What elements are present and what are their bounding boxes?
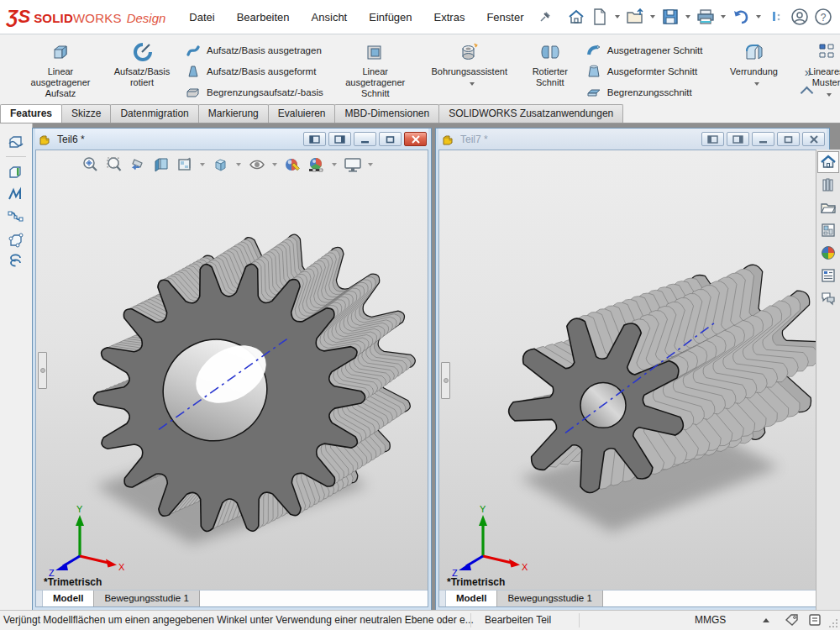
teil6-title-bar[interactable]: Teil6 * — [35, 129, 428, 150]
teil7-tab-bewegungsstudie[interactable]: Bewegungsstudie 1 — [497, 591, 602, 606]
taskpane-custom-properties-button[interactable] — [817, 265, 839, 286]
new-document-dropdown[interactable] — [615, 15, 620, 18]
menu-extras[interactable]: Extras — [434, 11, 465, 24]
pin-menu-button[interactable] — [538, 6, 552, 28]
rebuild-button[interactable] — [765, 6, 787, 28]
teil7-tab-splitter[interactable] — [439, 591, 446, 606]
teil6-viewport[interactable]: Y X Z *Trimetrisch — [36, 150, 428, 590]
tab-solidworks-zusatzanwendungen[interactable]: SOLIDWORKS Zusatzanwendungen — [438, 104, 623, 123]
view-orientation-button[interactable] — [174, 154, 195, 175]
tab-mbd-dimensionen[interactable]: MBD-Dimensionen — [334, 104, 439, 123]
undo-dropdown[interactable] — [756, 15, 761, 18]
lofted-boss-button[interactable]: Aufsatz/Basis ausgeformt — [185, 60, 323, 81]
open-dropdown[interactable] — [650, 15, 655, 18]
teil7-pane-splitter-handle[interactable] — [441, 362, 450, 399]
help-button[interactable]: ? — [812, 6, 834, 28]
ribbon-overflow-button[interactable]: » — [805, 65, 811, 79]
unit-system-dropdown[interactable] — [763, 618, 769, 622]
taskpane-home-button[interactable] — [817, 151, 839, 173]
boss-extrude-button[interactable]: Linear ausgetragener Aufsatz — [17, 38, 104, 109]
boundary-cut-button[interactable]: Begrenzungsschnitt — [585, 81, 703, 102]
cut-extrude-button[interactable]: Linear ausgetragener Schnitt — [332, 38, 419, 109]
sketch-box-button[interactable] — [4, 228, 28, 251]
swept-boss-button[interactable]: Aufsatz/Basis ausgetragen — [185, 39, 323, 60]
teil6-pane-right-button[interactable] — [328, 132, 351, 146]
taskpane-design-library-button[interactable] — [817, 174, 839, 196]
edit-appearance-button[interactable] — [282, 154, 303, 175]
spline-button[interactable] — [4, 206, 28, 228]
taskpane-forum-button[interactable] — [817, 287, 839, 309]
print-button[interactable] — [695, 6, 717, 28]
apply-scene-dropdown[interactable] — [332, 163, 337, 166]
zoom-fit-button[interactable] — [80, 154, 101, 175]
teil7-pane-left-button[interactable] — [701, 132, 724, 146]
menu-datei[interactable]: Datei — [189, 11, 214, 24]
fillet-button[interactable]: Verrundung — [715, 38, 794, 87]
teil6-restore-button[interactable] — [379, 132, 402, 146]
linear-pattern-button[interactable]: Lineares Muster — [794, 38, 840, 98]
teil7-viewport[interactable]: Y X Z *Trimetrisch — [439, 150, 826, 590]
save-button[interactable] — [659, 6, 681, 28]
teil7-tab-modell[interactable]: Modell — [446, 591, 497, 606]
revolved-cut-button[interactable]: Rotierter Schnitt — [520, 38, 580, 98]
undo-button[interactable] — [730, 6, 752, 28]
tab-datenmigration[interactable]: Datenmigration — [110, 104, 198, 123]
menu-einfuegen[interactable]: Einfügen — [369, 11, 412, 24]
teil6-pane-left-button[interactable] — [303, 132, 326, 146]
teil6-minimize-button[interactable] — [354, 132, 376, 146]
tab-features[interactable]: Features — [0, 104, 62, 123]
menu-bearbeiten[interactable]: Bearbeiten — [237, 11, 290, 24]
teil6-pane-splitter-handle[interactable] — [38, 352, 47, 389]
hide-show-items-dropdown[interactable] — [272, 163, 277, 166]
display-style-button[interactable] — [210, 154, 231, 175]
zoom-area-button[interactable] — [103, 154, 124, 175]
hole-wizard-dropdown[interactable] — [470, 82, 475, 86]
home-button[interactable] — [565, 6, 587, 28]
taskpane-appearances-button[interactable] — [817, 242, 839, 264]
teil6-tab-splitter[interactable] — [36, 591, 43, 606]
hole-wizard-button[interactable]: Bohrungsassistent — [419, 38, 520, 87]
view-orientation-dropdown[interactable] — [200, 163, 205, 166]
helix-button[interactable] — [4, 251, 28, 274]
display-style-dropdown[interactable] — [236, 163, 241, 166]
new-document-button[interactable] — [589, 6, 611, 28]
teil7-close-button[interactable] — [802, 132, 825, 146]
menu-fenster[interactable]: Fenster — [486, 11, 523, 24]
resize-grip[interactable] — [828, 618, 838, 628]
boundary-boss-button[interactable]: Begrenzungsaufsatz/-basis — [185, 81, 323, 102]
tab-markierung[interactable]: Markierung — [198, 104, 269, 123]
teil7-minimize-button[interactable] — [752, 132, 774, 146]
view-settings-dropdown[interactable] — [368, 163, 373, 166]
teil7-title-bar[interactable]: Teil7 * — [438, 129, 827, 150]
taskpane-view-palette-button[interactable] — [817, 219, 839, 241]
section-box-button[interactable] — [4, 130, 28, 153]
swept-cut-button[interactable]: Ausgetragener Schnitt — [585, 39, 703, 60]
status-tag-button[interactable] — [785, 613, 800, 627]
unit-system-value[interactable]: MMGS — [695, 614, 726, 626]
linear-pattern-dropdown[interactable] — [827, 93, 832, 97]
part-box-button[interactable] — [4, 160, 28, 183]
previous-view-button[interactable] — [127, 154, 148, 175]
section-view-button[interactable] — [150, 154, 171, 175]
teil7-restore-button[interactable] — [777, 132, 800, 146]
teil6-close-button[interactable] — [404, 132, 427, 146]
status-note-button[interactable] — [808, 613, 822, 627]
lofted-cut-button[interactable]: Ausgeformter Schnitt — [585, 60, 703, 81]
tab-evaluieren[interactable]: Evaluieren — [268, 104, 336, 123]
revolve-boss-button[interactable]: Aufsatz/Basis rotiert — [104, 38, 180, 98]
save-dropdown[interactable] — [685, 15, 690, 18]
open-button[interactable] — [624, 6, 646, 28]
tab-skizze[interactable]: Skizze — [61, 104, 111, 123]
teil7-pane-right-button[interactable] — [727, 132, 749, 146]
teil6-tab-modell[interactable]: Modell — [43, 591, 94, 606]
contour-button[interactable] — [4, 183, 28, 206]
teil6-tab-bewegungsstudie[interactable]: Bewegungsstudie 1 — [94, 591, 199, 606]
apply-scene-button[interactable] — [306, 154, 327, 175]
view-settings-button[interactable] — [342, 154, 363, 175]
print-dropdown[interactable] — [721, 15, 726, 18]
hide-show-items-button[interactable] — [246, 154, 267, 175]
menu-ansicht[interactable]: Ansicht — [312, 11, 348, 24]
fillet-dropdown[interactable] — [754, 82, 759, 86]
user-account-button[interactable] — [789, 6, 811, 28]
taskpane-file-explorer-button[interactable] — [817, 197, 839, 218]
